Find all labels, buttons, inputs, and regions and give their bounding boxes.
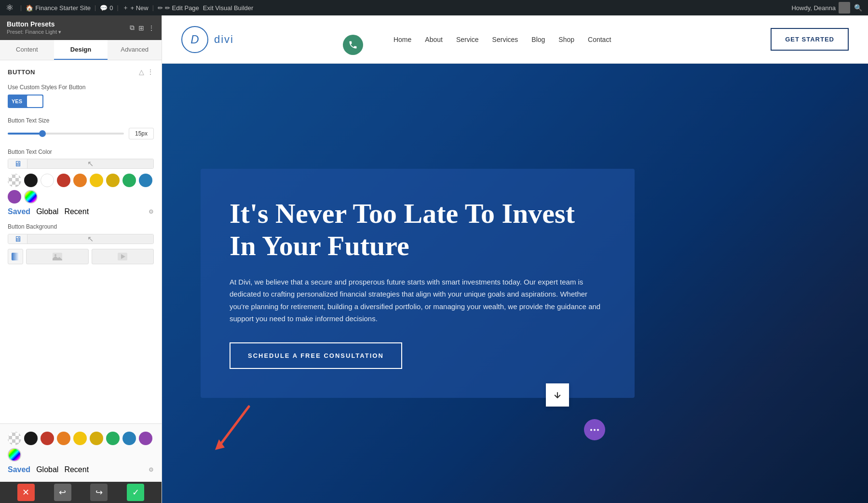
nav-services[interactable]: Services [492,36,518,43]
panel-icon-grid[interactable]: ⊞ [138,24,144,32]
black-swatch[interactable] [24,174,38,187]
nav-about[interactable]: About [425,36,443,43]
white-swatch[interactable] [41,174,54,187]
orange-swatch[interactable] [73,174,87,187]
btm-green-swatch[interactable] [106,432,120,445]
yellow-swatch[interactable] [90,174,103,187]
color-preview-left: 🖥 [8,159,27,168]
custom-styles-toggle[interactable]: YES [8,95,43,108]
section-collapse-icon[interactable]: △ [139,68,144,76]
nav-contact[interactable]: Contact [588,36,611,43]
bg-video-btn[interactable] [92,249,154,264]
panel-header: Button Presets Preset: Finance Light ▾ ⧉… [0,15,162,40]
nav-home[interactable]: Home [393,36,411,43]
wordpress-icon[interactable]: ⚛ [6,2,14,13]
nav-service[interactable]: Service [456,36,479,43]
logo-circle: D [181,26,208,53]
cursor-icon: ↖ [87,159,94,168]
btm-red-swatch[interactable] [41,432,54,445]
text-size-thumb[interactable] [39,130,46,137]
panel-header-info: Button Presets Preset: Finance Light ▾ [7,20,61,35]
button-section-header: Button △ ⋮ [8,68,154,76]
schedule-consultation-button[interactable]: SCHEDULE A FREE CONSULTATION [230,342,402,369]
btm-orange-swatch[interactable] [57,432,70,445]
custom-color-swatch[interactable] [24,190,38,204]
tab-advanced[interactable]: Advanced [108,40,162,60]
toggle-knob [27,95,42,107]
bg-type-row [8,249,154,264]
global-label[interactable]: Global [36,207,58,216]
howdy-text: Howdy, Deanna [791,2,850,14]
button-text-size-field: Button Text Size 15px [8,117,154,139]
bg-image-btn[interactable] [26,249,89,264]
admin-search-icon[interactable]: 🔍 [854,4,862,12]
recent-label[interactable]: Recent [64,207,89,216]
button-bg-field: Button Background 🖥 ↖ [8,223,154,264]
btm-recent-label[interactable]: Recent [64,465,89,474]
separator-4: | [152,4,154,11]
blue-swatch[interactable] [139,174,152,187]
scroll-down-button[interactable] [546,383,569,407]
btm-blue-swatch[interactable] [122,432,136,445]
save-button[interactable]: ✓ [127,484,144,501]
btm-transparent-swatch[interactable] [8,432,21,445]
redo-icon: ↪ [95,487,103,498]
plus-icon: ＋ [122,3,129,12]
section-more-icon[interactable]: ⋮ [147,68,154,76]
divi-phone-button[interactable] [343,35,363,55]
undo-icon: ↩ [59,487,66,498]
btm-gold-swatch[interactable] [90,432,103,445]
tab-content[interactable]: Content [0,40,54,60]
bottom-swatches-section: Saved Global Recent ⚙ [0,423,162,482]
btm-black-swatch[interactable] [24,432,38,445]
bg-label: Button Background [8,223,154,231]
logo-text: divi [214,33,234,46]
monitor-icon: 🖥 [14,160,22,168]
get-started-button[interactable]: GET STARTED [771,28,849,51]
bg-gradient-btn[interactable] [8,249,23,264]
separator-1: | [20,4,22,11]
new-link[interactable]: ＋ + New [122,3,149,12]
exit-visual-builder-link[interactable]: Exit Visual Builder [203,4,254,12]
close-button[interactable]: ✕ [17,484,35,501]
svg-point-8 [594,429,596,431]
panel-icon-more[interactable]: ⋮ [148,24,155,32]
panel-icon-copy[interactable]: ⧉ [130,24,135,32]
redo-button[interactable]: ↪ [90,484,108,501]
nav-blog[interactable]: Blog [531,36,545,43]
comments-link[interactable]: 💬 0 [100,4,113,12]
text-color-picker-box[interactable]: 🖥 ↖ [8,159,154,169]
transparent-swatch[interactable] [8,174,21,187]
btm-yellow-swatch[interactable] [73,432,87,445]
swatch-settings-icon[interactable]: ⚙ [149,208,154,215]
btm-purple-swatch[interactable] [139,432,152,445]
separator-3: | [117,4,118,11]
undo-button[interactable]: ↩ [54,484,71,501]
wp-admin-bar: ⚛ | 🏠 Finance Starter Site | 💬 0 | ＋ + N… [0,0,868,15]
bg-monitor-icon: 🖥 [14,235,22,244]
red-swatch[interactable] [57,174,70,187]
bg-picker-box[interactable]: 🖥 ↖ [8,234,154,244]
svg-point-2 [54,254,56,256]
green-swatch[interactable] [122,174,136,187]
btm-custom-swatch[interactable] [8,448,21,462]
purple-swatch[interactable] [8,190,21,204]
panel-title: Button Presets [7,20,61,28]
gold-swatch[interactable] [106,174,120,187]
text-size-value[interactable]: 15px [129,128,154,139]
bg-preview-left: 🖥 [8,234,27,244]
hero-content: It's Never Too Late To Invest In Your Fu… [201,169,635,397]
saved-label[interactable]: Saved [8,207,30,216]
separator-2: | [95,4,96,11]
btm-settings-icon[interactable]: ⚙ [149,466,154,473]
btm-global-label[interactable]: Global [36,465,58,474]
tab-design[interactable]: Design [54,40,108,60]
bg-cursor-icon: ↖ [87,234,94,244]
btm-saved-label[interactable]: Saved [8,465,30,474]
site-name-link[interactable]: 🏠 Finance Starter Site [26,4,91,12]
more-options-button[interactable] [584,419,605,440]
nav-shop[interactable]: Shop [558,36,574,43]
edit-page-link[interactable]: ✏ ✏ Edit Page [158,4,199,12]
text-size-fill [8,133,42,135]
bg-preview-right: ↖ [27,234,153,244]
